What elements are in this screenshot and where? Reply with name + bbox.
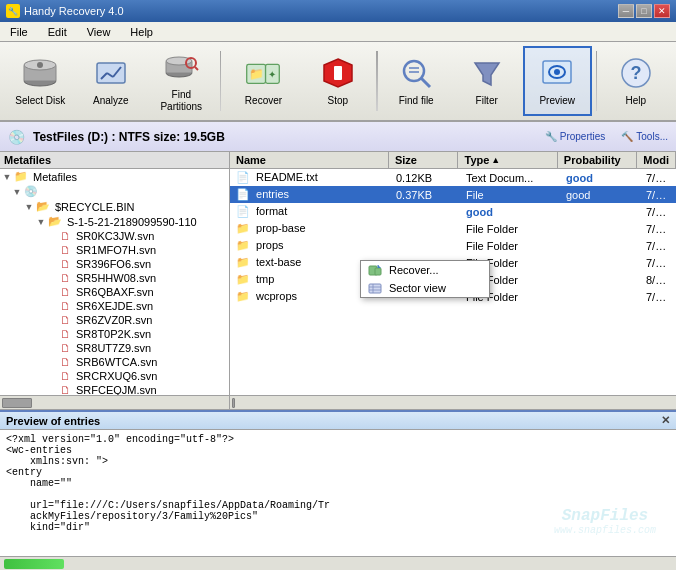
menu-view[interactable]: View [81,25,117,39]
svg-rect-18 [334,66,342,80]
tree-item-sr6q[interactable]: 🗋 SR6QBAXF.svn [0,285,229,299]
svg-marker-23 [475,63,499,85]
tree-item-sr1[interactable]: 🗋 SR1MFO7H.svn [0,243,229,257]
context-menu-sector[interactable]: Sector view [361,279,489,297]
folder-icon: 📁 [236,290,250,302]
file-red-icon: 🗋 [60,286,71,298]
svg-line-12 [195,67,198,70]
menu-bar: File Edit View Help [0,22,676,42]
expand-icon: ▼ [24,202,34,212]
file-red-icon: 🗋 [60,300,71,312]
filter-button[interactable]: Filter [452,46,521,116]
svg-text:✦: ✦ [269,69,277,80]
context-menu-recover[interactable]: Recover... [361,261,489,279]
find-partitions-label: Find Partitions [152,89,211,113]
file-prob [560,245,640,247]
help-icon: ? [618,55,654,91]
preview-button[interactable]: Preview [523,46,592,116]
close-button[interactable]: ✕ [654,4,670,18]
menu-file[interactable]: File [4,25,34,39]
file-prob [560,279,640,281]
help-label: Help [625,95,646,107]
col-header-mod[interactable]: Modi [637,152,676,168]
tree-item-label: SRB6WTCA.svn [76,356,157,368]
file-row[interactable]: 📄 README.txt 0.12KB Text Docum... good 7… [230,169,676,186]
find-file-button[interactable]: Find file [382,46,451,116]
toolbar-separator-3 [596,51,598,111]
file-size [390,211,460,213]
recover-button[interactable]: 📁 ✦ Recover [225,46,301,116]
maximize-button[interactable]: □ [636,4,652,18]
tree-item-s1[interactable]: ▼ 📂 S-1-5-21-2189099590-110 [0,214,229,229]
folder-icon: 📁 [236,256,250,268]
tools-button[interactable]: 🔨 Tools... [621,131,668,142]
file-icon: 📄 [236,188,250,200]
tree-item-src[interactable]: 🗋 SRCRXUQ6.svn [0,369,229,383]
recover-label: Recover [245,95,282,107]
select-disk-button[interactable]: Select Disk [6,46,75,116]
tree-item-sr6x[interactable]: 🗋 SR6XEJDE.svn [0,299,229,313]
tree-scrollbar-h[interactable] [0,395,229,409]
recover-cm-icon [367,262,383,278]
minimize-button[interactable]: ─ [618,4,634,18]
menu-edit[interactable]: Edit [42,25,73,39]
file-row[interactable]: 📄 format good 7/12/ [230,203,676,220]
tree-item-drive[interactable]: ▼ 💿 [0,184,229,199]
scroll-track-h[interactable] [235,398,676,408]
tree-item-srb[interactable]: 🗋 SRB6WTCA.svn [0,355,229,369]
file-row[interactable]: 📁 prop-base File Folder 7/12/ [230,220,676,237]
tree-item-sr0[interactable]: 🗋 SR0KC3JW.svn [0,229,229,243]
file-red-icon: 🗋 [60,314,71,326]
col-header-type[interactable]: Type ▲ [458,152,557,168]
file-mod: 7/12/ [640,205,676,219]
disk-info-icon: 💿 [8,129,25,145]
find-partitions-button[interactable]: Find Partitions [147,46,216,116]
tools-icon: 🔨 [621,131,633,142]
title-bar-left: 🔧 Handy Recovery 4.0 [6,4,124,18]
folder-icon: 📁 [14,170,28,183]
preview-panel: Preview of entries ✕ <?xml version="1.0"… [0,410,676,570]
svg-point-26 [554,69,560,75]
menu-help[interactable]: Help [124,25,159,39]
tree-item-sr3[interactable]: 🗋 SR396FO6.svn [0,257,229,271]
file-row[interactable]: 📁 props File Folder 7/12/ [230,237,676,254]
help-button[interactable]: ? Help [601,46,670,116]
tree-item-sr5[interactable]: 🗋 SR5HHW08.svn [0,271,229,285]
tree-item-metafiles[interactable]: ▼ 📁 Metafiles [0,169,229,184]
tree-item-recycle[interactable]: ▼ 📂 $RECYCLE.BIN [0,199,229,214]
analyze-button[interactable]: Analyze [77,46,146,116]
file-type: File Folder [460,239,560,253]
preview-title: Preview of entries [6,415,100,427]
preview-close-button[interactable]: ✕ [661,414,670,427]
preview-progress-bar [0,556,676,570]
tree-scroll-thumb[interactable] [2,398,32,408]
col-header-name[interactable]: Name [230,152,389,168]
file-type: File [460,188,560,202]
properties-icon: 🔧 [545,131,557,142]
col-header-prob[interactable]: Probability [558,152,638,168]
preview-content: <?xml version="1.0" encoding="utf-8"?> <… [0,430,676,556]
preview-label: Preview [539,95,575,107]
tree-item-label: Metafiles [33,171,77,183]
file-mod: 7/12/ [640,222,676,236]
col-header-size[interactable]: Size [389,152,459,168]
tree-item-label: SR6ZVZ0R.svn [76,314,152,326]
file-scrollbar-h[interactable] [230,395,676,409]
stop-button[interactable]: Stop [304,46,373,116]
file-prob: good [560,171,640,185]
tree-item-sr8t[interactable]: 🗋 SR8T0P2K.svn [0,327,229,341]
tree-item-sr6z[interactable]: 🗋 SR6ZVZ0R.svn [0,313,229,327]
recover-icon: 📁 ✦ [245,55,281,91]
file-prob: good [560,188,640,202]
file-size: 0.37KB [390,188,460,202]
file-prob [560,211,640,213]
file-name: 📄 entries [230,187,390,202]
file-panel: Name Size Type ▲ Probability Modi [230,152,676,409]
txt-file-icon: 📄 [236,171,250,183]
properties-button[interactable]: 🔧 Properties [545,131,606,142]
tree-item-label: SR6XEJDE.svn [76,300,153,312]
select-disk-icon [22,55,58,91]
file-row[interactable]: 📄 entries 0.37KB File good 7/12/ [230,186,676,203]
tree-item-sr8u[interactable]: 🗋 SR8UT7Z9.svn [0,341,229,355]
find-partitions-icon [163,49,199,85]
